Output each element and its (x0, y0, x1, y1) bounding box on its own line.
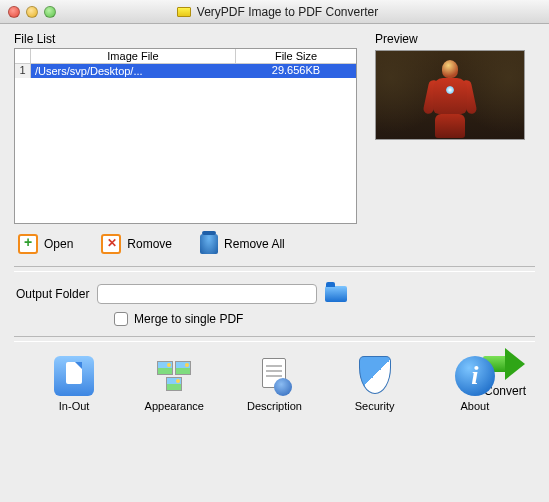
tab-description-label: Description (229, 400, 319, 412)
row-file-path: /Users/svp/Desktop/... (31, 64, 236, 78)
page-icon (54, 356, 94, 396)
tab-security-label: Security (330, 400, 420, 412)
open-button[interactable]: Open (18, 234, 73, 254)
tab-in-out[interactable]: In-Out (29, 356, 119, 412)
browse-folder-icon[interactable] (325, 286, 347, 302)
open-label: Open (44, 237, 73, 251)
merge-label: Merge to single PDF (134, 312, 243, 326)
tab-description[interactable]: Description (229, 356, 319, 412)
col-image-file[interactable]: Image File (31, 49, 236, 63)
remove-all-label: Remove All (224, 237, 285, 251)
divider (14, 266, 535, 267)
file-list-header: Image File File Size (15, 49, 356, 64)
document-gear-icon (254, 356, 294, 396)
tab-security[interactable]: Security (330, 356, 420, 412)
row-index: 1 (15, 64, 31, 78)
tab-in-out-label: In-Out (29, 400, 119, 412)
app-icon (177, 7, 191, 17)
merge-checkbox[interactable] (114, 312, 128, 326)
remove-button[interactable]: Romove (101, 234, 172, 254)
col-index (15, 49, 31, 63)
remove-all-button[interactable]: Remove All (200, 234, 285, 254)
remove-label: Romove (127, 237, 172, 251)
file-list[interactable]: Image File File Size 1 /Users/svp/Deskto… (14, 48, 357, 224)
titlebar: VeryPDF Image to PDF Converter (0, 0, 549, 24)
pictures-icon (154, 356, 194, 396)
output-folder-label: Output Folder (16, 287, 89, 301)
open-icon (18, 234, 38, 254)
table-row[interactable]: 1 /Users/svp/Desktop/... 29.656KB (15, 64, 356, 78)
window-title: VeryPDF Image to PDF Converter (197, 5, 378, 19)
col-file-size[interactable]: File Size (236, 49, 356, 63)
info-icon: i (455, 356, 495, 396)
tab-appearance[interactable]: Appearance (129, 356, 219, 412)
shield-icon (355, 356, 395, 396)
row-file-size: 29.656KB (236, 64, 356, 78)
preview-image (375, 50, 525, 140)
file-list-label: File List (14, 32, 357, 46)
divider (14, 336, 535, 337)
tab-about-label: About (430, 400, 520, 412)
tab-appearance-label: Appearance (129, 400, 219, 412)
remove-icon (101, 234, 121, 254)
output-folder-input[interactable] (97, 284, 317, 304)
preview-label: Preview (375, 32, 535, 46)
trash-icon (200, 234, 218, 254)
